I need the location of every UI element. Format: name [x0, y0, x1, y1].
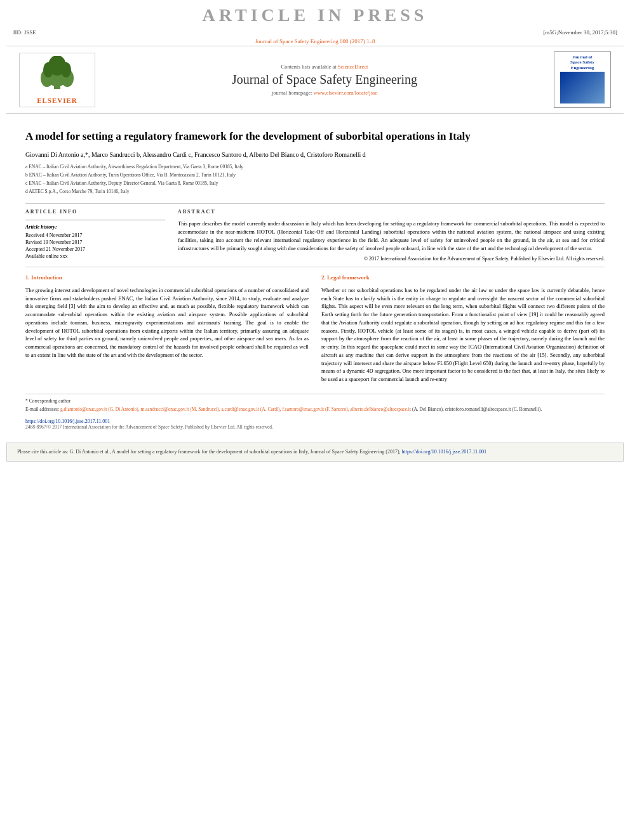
section-2-heading: 2. Legal framework — [321, 274, 605, 283]
elsevier-tree-svg — [32, 56, 83, 94]
journal-logo-right: Journal ofSpace SafetyEngineering — [554, 51, 611, 108]
article-info-divider — [25, 220, 165, 220]
body-col-right: 2. Legal framework Whether or not suborb… — [321, 274, 605, 387]
received-date: Received 4 November 2017 — [25, 232, 165, 238]
email-3[interactable]: f.santoro@enac.gov.it (F. Santoro), albe… — [282, 406, 411, 412]
email-2[interactable]: m.sandrucci@enac.gov.it (M. Sandrucci), … — [141, 406, 281, 412]
jid-line: JID: JSSE [m5G;November 30, 2017;5:30] — [0, 28, 630, 37]
section-2-title: Legal framework — [327, 274, 370, 281]
article-title: A model for setting a regulatory framewo… — [25, 130, 605, 143]
journal-link[interactable]: Journal of Space Safety Engineering 000 … — [255, 38, 375, 44]
body-columns: 1. Introduction The growing interest and… — [25, 274, 605, 387]
email-1[interactable]: g.diantonio@enac.gov.it (G. Di Antonio), — [60, 406, 140, 412]
jid-label: JID: JSSE — [13, 29, 36, 36]
sciencedirect-link[interactable]: ScienceDirect — [338, 63, 368, 70]
authors-line: Giovanni Di Antonio a,*, Marco Sandrucci… — [25, 150, 605, 159]
corresponding-label: * Corresponding author — [25, 398, 70, 404]
main-content: A model for setting a regulatory framewo… — [6, 114, 624, 436]
email-4: (A. Del Bianco), cristoforo.romanelli@al… — [412, 406, 542, 412]
affiliation-item: a ENAC – Italian Civil Aviation Authorit… — [25, 163, 605, 171]
section-1-number: 1. — [25, 274, 30, 281]
section-1-title: Introduction — [31, 274, 62, 281]
body-col-left: 1. Introduction The growing interest and… — [25, 274, 309, 387]
svg-point-6 — [43, 62, 53, 77]
journal-link-line: Journal of Space Safety Engineering 000 … — [0, 37, 630, 46]
abstract-copyright: © 2017 International Association for the… — [178, 256, 605, 262]
elsevier-logo: ELSEVIER — [19, 53, 95, 107]
section-2-text: Whether or not suborbital operations has… — [321, 286, 605, 383]
citation-box: Please cite this article as: G. Di Anton… — [6, 443, 624, 462]
footnotes-section: * Corresponding author E-mail addresses:… — [25, 394, 605, 413]
homepage-link[interactable]: www.elsevier.com/locate/jsse — [314, 90, 377, 96]
journal-title-main: Journal of Space Safety Engineering — [108, 72, 541, 87]
journal-logo-title: Journal ofSpace SafetyEngineering — [557, 55, 608, 70]
abstract-title: ABSTRACT — [178, 209, 605, 215]
article-history-label: Article history: — [25, 224, 165, 230]
citation-link[interactable]: https://doi.org/10.1016/j.jsse.2017.11.0… — [402, 449, 486, 455]
doi-section: https://doi.org/10.1016/j.jsse.2017.11.0… — [25, 418, 605, 430]
affiliations: a ENAC – Italian Civil Aviation Authorit… — [25, 163, 605, 196]
contents-label: Contents lists available at — [281, 63, 337, 70]
article-info: ARTICLE INFO Article history: Received 4… — [25, 209, 165, 262]
journal-homepage-line: journal homepage: www.elsevier.com/locat… — [108, 90, 541, 96]
revised-date: Revised 19 November 2017 — [25, 239, 165, 245]
email-footnote: E-mail addresses: g.diantonio@enac.gov.i… — [25, 406, 605, 413]
citation-text: Please cite this article as: G. Di Anton… — [17, 449, 401, 455]
journal-logo-box: Journal ofSpace SafetyEngineering — [554, 51, 611, 108]
doi-link[interactable]: https://doi.org/10.1016/j.jsse.2017.11.0… — [25, 418, 110, 424]
accepted-date: Accepted 21 November 2017 — [25, 246, 165, 252]
affiliation-item: b ENAC – Italian Civil Aviation Authorit… — [25, 171, 605, 179]
abstract-section: ABSTRACT This paper describes the model … — [178, 209, 605, 262]
issn-line: 2468-8967/© 2017 International Associati… — [25, 424, 273, 430]
homepage-label: journal homepage: — [272, 90, 312, 96]
section-1-text: The growing interest and development of … — [25, 286, 309, 359]
contents-line: Contents lists available at ScienceDirec… — [108, 63, 541, 70]
affiliation-item: c ENAC – Italian Civil Aviation Authorit… — [25, 180, 605, 187]
article-in-press-banner: ARTICLE IN PRESS — [0, 0, 630, 28]
article-info-title: ARTICLE INFO — [25, 209, 165, 215]
info-abstract: ARTICLE INFO Article history: Received 4… — [25, 209, 605, 262]
journal-logo-img — [560, 72, 605, 103]
section-2-number: 2. — [321, 274, 326, 281]
affiliation-item: d ALTEC S.p.A., Corso Marche 79, Turin 1… — [25, 188, 605, 196]
corresponding-author: * Corresponding author — [25, 398, 605, 405]
body-divider — [25, 267, 605, 267]
banner-text: ARTICLE IN PRESS — [203, 5, 428, 25]
journal-title-center: Contents lists available at ScienceDirec… — [108, 63, 541, 96]
section-1-heading: 1. Introduction — [25, 274, 309, 283]
authors-text: Giovanni Di Antonio a,*, Marco Sandrucci… — [25, 151, 366, 158]
available-date: Available online xxx — [25, 253, 165, 259]
section-divider — [25, 203, 605, 204]
jid-meta: [m5G;November 30, 2017;5:30] — [543, 29, 617, 36]
elsevier-label: ELSEVIER — [22, 97, 92, 104]
abstract-text: This paper describes the model currently… — [178, 220, 605, 252]
header-section: ELSEVIER Contents lists available at Sci… — [6, 46, 624, 114]
email-label: E-mail addresses: — [25, 406, 59, 412]
svg-point-7 — [61, 62, 71, 77]
